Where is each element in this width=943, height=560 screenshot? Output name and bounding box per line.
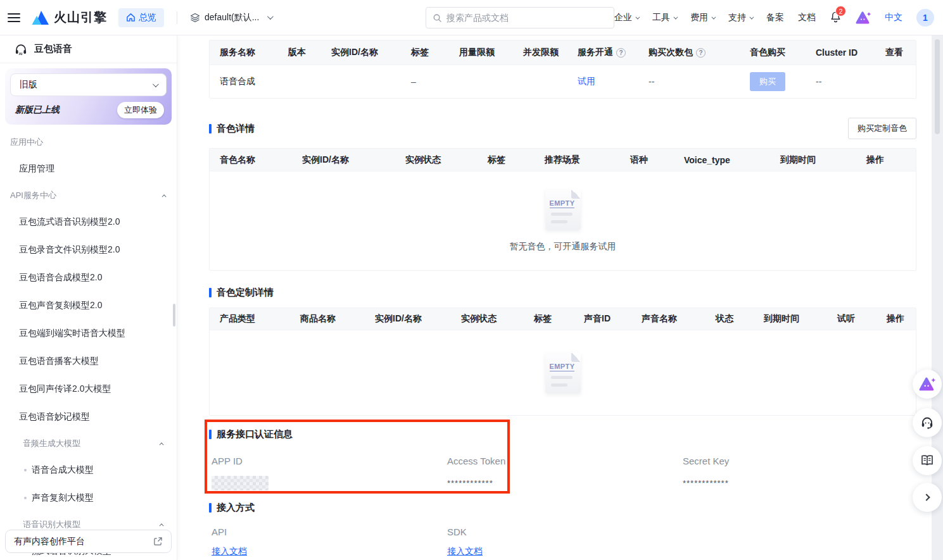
sidebar-item-model-0[interactable]: 豆包流式语音识别模型2.0: [0, 208, 177, 236]
api-doc-link[interactable]: 接入文档: [212, 546, 247, 556]
headset-support-icon: [920, 415, 935, 430]
overview-tab[interactable]: 总览: [118, 8, 164, 27]
product-title: 豆包语音: [34, 43, 72, 55]
chevron-up-icon: [162, 194, 167, 199]
table-row: 语音合成 – 试用 -- 购买 --: [210, 65, 916, 98]
col-service-name: 服务名称: [220, 47, 255, 58]
ai-assistant-float-button[interactable]: [913, 370, 942, 399]
language-switcher[interactable]: 中文: [885, 12, 902, 23]
voice-detail-table: 音色名称 实例ID/名称 实例状态 标签 推荐场景 语种 Voice_type …: [209, 148, 916, 271]
col-tag: 标签: [411, 47, 429, 58]
auth-info-section: 服务接口认证信息 APP ID Access Token ***********…: [209, 425, 916, 490]
api-label: API: [212, 526, 445, 537]
user-avatar[interactable]: 1: [916, 9, 934, 27]
project-name: default(默认...: [205, 12, 259, 23]
platform-link-label: 有声内容创作平台: [14, 536, 85, 547]
app-id-label: APP ID: [212, 456, 445, 466]
group-audio-generation[interactable]: 音频生成大模型: [0, 431, 177, 456]
voice-custom-table: 产品类型 商品名称 实例ID/名称 实例状态 标签 声音ID 声音名称 状态 到…: [209, 308, 916, 416]
chevron-up-icon: [160, 442, 164, 447]
trial-link[interactable]: 试用: [578, 76, 595, 86]
col-cluster-id: Cluster ID: [816, 47, 858, 58]
menu-hamburger-icon[interactable]: [8, 13, 20, 22]
chevron-up-icon: [160, 523, 164, 528]
sidebar-item-model-1[interactable]: 豆包录音文件识别模型2.0: [0, 236, 177, 264]
app-id-redacted-value: [212, 476, 269, 490]
col-scene: 推荐场景: [545, 154, 580, 166]
sidebar-item-model-7[interactable]: 豆包语音妙记模型: [0, 403, 177, 431]
sidebar-item-model-3[interactable]: 豆包声音复刻模型2.0: [0, 292, 177, 320]
sidebar-item-model-4[interactable]: 豆包端到端实时语音大模型: [0, 320, 177, 347]
collapse-panel-button[interactable]: [913, 483, 942, 512]
buy-button[interactable]: 购买: [750, 72, 785, 91]
sidebar-item-voice-clone-large[interactable]: 声音复刻大模型: [0, 484, 177, 512]
col-usage-quota: 用量限额: [459, 47, 495, 58]
auth-info-title: 服务接口认证信息: [209, 428, 916, 440]
sidebar-item-model-5[interactable]: 豆包语音播客大模型: [0, 347, 177, 375]
nav-divider: [177, 11, 177, 24]
open-book-icon: [920, 453, 935, 468]
sidebar-item-app-management[interactable]: 应用管理: [0, 155, 177, 183]
chevron-right-icon: [923, 494, 930, 501]
col-tag: 标签: [488, 154, 505, 166]
help-icon[interactable]: ?: [616, 48, 626, 58]
notifications-button[interactable]: 2: [830, 11, 842, 25]
menu-label: 企业: [614, 12, 632, 23]
version-select[interactable]: 旧版: [10, 73, 167, 96]
section-app-center: 应用中心: [0, 130, 177, 155]
audio-creation-platform-link[interactable]: 有声内容创作平台: [5, 530, 172, 553]
top-navbar: 火山引擎 总览 default(默认... 企业 工具: [0, 0, 943, 35]
version-promo-panel: 旧版 新版已上线 立即体验: [5, 68, 172, 125]
col-voice-id: 声音ID: [584, 313, 611, 325]
try-now-button[interactable]: 立即体验: [117, 102, 164, 118]
nav-menu-billing[interactable]: 费用: [690, 12, 714, 23]
access-token-value: ************: [447, 475, 680, 490]
sidebar-scrollbar[interactable]: [173, 304, 175, 327]
nav-menu-docs[interactable]: 文档: [798, 12, 816, 23]
service-name-cell: 语音合成: [210, 76, 278, 87]
brand-name: 火山引擎: [54, 9, 107, 26]
buy-custom-voice-button[interactable]: 购买定制音色: [848, 118, 916, 139]
svg-text:AI: AI: [19, 51, 23, 55]
nav-menu-enterprise[interactable]: 企业: [614, 12, 638, 23]
chevron-down-icon: [673, 15, 678, 19]
col-view: 查看: [885, 47, 903, 58]
ai-assistant-icon[interactable]: [856, 11, 871, 25]
secret-key-field: Secret Key ************: [680, 456, 916, 490]
package-cell: --: [638, 77, 740, 87]
api-access-col: API 接入文档: [209, 526, 445, 557]
col-instance-status: 实例状态: [461, 313, 497, 325]
support-float-button[interactable]: [913, 408, 942, 437]
voice-detail-title: 音色详情: [209, 123, 255, 135]
search-input[interactable]: [446, 13, 607, 23]
voice-custom-title: 音色定制详情: [209, 287, 274, 299]
nav-menu-support[interactable]: 支持: [728, 12, 752, 23]
sidebar-item-tts-large[interactable]: 语音合成大模型: [0, 456, 177, 484]
sdk-doc-link[interactable]: 接入文档: [447, 546, 483, 556]
empty-icon-label: EMPTY: [550, 199, 575, 208]
col-service-open: 服务开通: [578, 47, 613, 58]
menu-label: 备案: [766, 12, 784, 23]
project-selector[interactable]: default(默认...: [190, 12, 272, 23]
empty-icon-label: EMPTY: [550, 363, 575, 371]
nav-menu-tools[interactable]: 工具: [652, 12, 676, 23]
col-product-name: 商品名称: [300, 313, 336, 325]
help-icon[interactable]: ?: [696, 48, 706, 58]
version-value: 旧版: [20, 79, 37, 90]
sidebar-item-model-2[interactable]: 豆包语音合成模型2.0: [0, 264, 177, 292]
external-link-icon: [153, 537, 163, 546]
page-scrollbar-thumb[interactable]: [935, 39, 940, 134]
col-voice-name: 声音名称: [642, 313, 677, 325]
col-version: 版本: [288, 47, 306, 58]
nav-menu-icp[interactable]: 备案: [766, 12, 784, 23]
global-search[interactable]: [426, 7, 614, 28]
brand-logo[interactable]: 火山引擎: [32, 9, 107, 26]
product-header: AI 豆包语音: [0, 35, 177, 63]
sidebar-item-model-6[interactable]: 豆包同声传译2.0大模型: [0, 375, 177, 403]
col-concurrency-quota: 并发限额: [523, 47, 559, 58]
section-api-center[interactable]: API服务中心: [0, 183, 177, 208]
new-version-text: 新版已上线: [15, 104, 60, 116]
menu-label: 工具: [652, 12, 670, 23]
secret-key-label: Secret Key: [683, 456, 916, 466]
docs-float-button[interactable]: [913, 446, 942, 475]
